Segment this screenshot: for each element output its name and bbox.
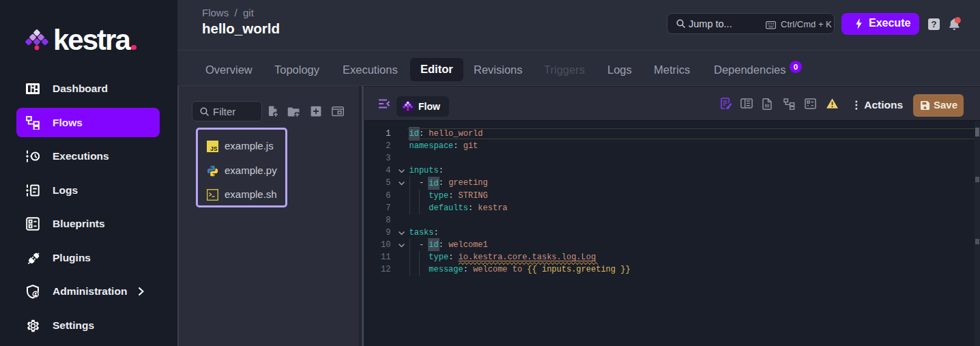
svg-text:JS: JS <box>210 145 218 152</box>
